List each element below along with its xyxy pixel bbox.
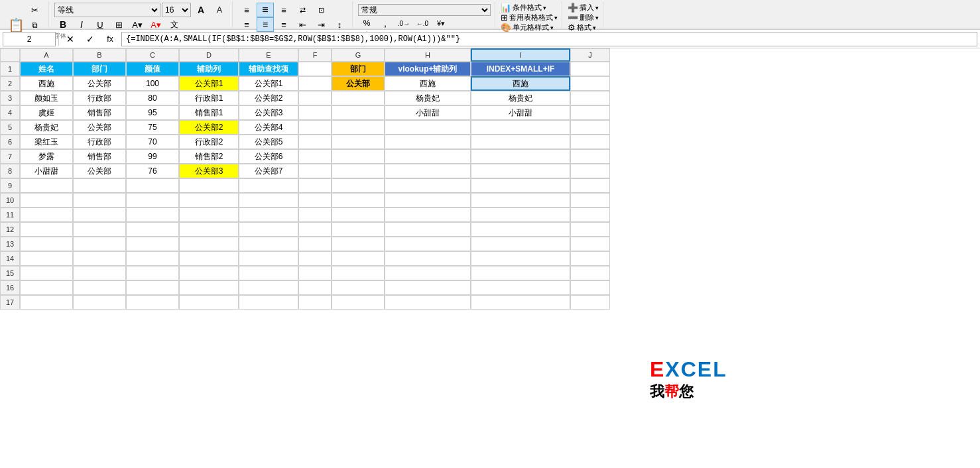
table-cell[interactable]: 颜如玉	[20, 91, 73, 105]
table-cell[interactable]	[570, 135, 610, 149]
table-cell[interactable]: 99	[126, 149, 179, 164]
col-header-i[interactable]: I	[471, 48, 570, 62]
table-cell[interactable]	[385, 164, 471, 178]
col-header-c[interactable]: C	[126, 48, 179, 62]
table-cell[interactable]	[239, 295, 298, 310]
table-cell[interactable]	[126, 193, 179, 207]
row-num[interactable]: 11	[0, 207, 20, 222]
fill-color-button[interactable]: A▾	[129, 17, 146, 32]
table-cell[interactable]	[20, 193, 73, 207]
row-num[interactable]: 6	[0, 135, 20, 149]
table-cell[interactable]	[471, 237, 570, 251]
table-cell[interactable]	[239, 178, 298, 193]
table-cell[interactable]	[179, 193, 239, 207]
table-cell[interactable]	[385, 280, 471, 295]
row-num[interactable]: 14	[0, 251, 20, 266]
table-cell[interactable]	[298, 193, 332, 207]
table-cell[interactable]	[471, 164, 570, 178]
row-num[interactable]: 16	[0, 280, 20, 295]
table-cell[interactable]	[570, 76, 610, 91]
increase-indent-button[interactable]: ⇥	[312, 17, 330, 32]
cut-button[interactable]: ✂	[26, 3, 43, 17]
table-cell[interactable]: 70	[126, 135, 179, 149]
table-cell[interactable]	[332, 120, 385, 135]
table-cell[interactable]: 颜值	[126, 62, 179, 76]
table-cell[interactable]	[385, 207, 471, 222]
table-cell[interactable]	[570, 178, 610, 193]
table-cell[interactable]: INDEX+SMALL+IF	[471, 62, 570, 76]
table-cell[interactable]: 公关部	[332, 76, 385, 91]
table-cell[interactable]	[332, 91, 385, 105]
table-cell[interactable]: 销售部	[73, 105, 126, 120]
paste-button[interactable]: 📋	[8, 17, 25, 33]
table-cell[interactable]: 虞姬	[20, 105, 73, 120]
row-num[interactable]: 5	[0, 120, 20, 135]
table-cell[interactable]	[332, 149, 385, 164]
align-center-button[interactable]: ≡	[257, 17, 274, 32]
table-cell[interactable]	[126, 237, 179, 251]
table-cell[interactable]: 行政部2	[179, 135, 239, 149]
table-cell[interactable]	[179, 295, 239, 310]
table-cell[interactable]: 95	[126, 105, 179, 120]
table-cell[interactable]	[570, 193, 610, 207]
table-cell[interactable]: 76	[126, 164, 179, 178]
table-cell[interactable]: 小甜甜	[385, 105, 471, 120]
table-cell[interactable]	[332, 178, 385, 193]
table-cell[interactable]	[332, 105, 385, 120]
table-cell[interactable]	[126, 266, 179, 280]
table-cell[interactable]	[126, 207, 179, 222]
table-cell[interactable]	[471, 295, 570, 310]
table-cell[interactable]	[73, 178, 126, 193]
cond-format-button[interactable]: 📊 条件格式 ▾	[501, 3, 558, 13]
font-size-select[interactable]: 16	[162, 3, 191, 17]
table-cell[interactable]	[298, 251, 332, 266]
table-cell[interactable]: 小甜甜	[471, 105, 570, 120]
table-cell[interactable]: 公关部	[73, 120, 126, 135]
table-cell[interactable]	[385, 149, 471, 164]
table-cell[interactable]	[570, 280, 610, 295]
table-cell[interactable]: 辅助列	[179, 62, 239, 76]
confirm-formula-button[interactable]: ✓	[82, 32, 99, 46]
table-cell[interactable]: 行政部1	[179, 91, 239, 105]
table-cell[interactable]	[570, 149, 610, 164]
col-header-e[interactable]: E	[239, 48, 298, 62]
table-format-button[interactable]: ⊞ 套用表格格式 ▾	[501, 13, 558, 23]
table-cell[interactable]	[73, 237, 126, 251]
row-num[interactable]: 1	[0, 62, 20, 76]
table-cell[interactable]	[298, 266, 332, 280]
align-mid-button[interactable]: ≡	[257, 3, 274, 17]
table-cell[interactable]	[570, 295, 610, 310]
table-cell[interactable]	[20, 295, 73, 310]
table-cell[interactable]	[73, 207, 126, 222]
bold-button[interactable]: B	[54, 17, 72, 32]
table-cell[interactable]: 小甜甜	[20, 164, 73, 178]
table-cell[interactable]	[298, 178, 332, 193]
table-cell[interactable]	[385, 178, 471, 193]
table-cell[interactable]	[239, 222, 298, 237]
table-cell[interactable]: 公关部	[73, 76, 126, 91]
row-num[interactable]: 10	[0, 193, 20, 207]
table-cell[interactable]	[570, 164, 610, 178]
row-num[interactable]: 7	[0, 149, 20, 164]
row-num[interactable]: 2	[0, 76, 20, 91]
table-cell[interactable]	[471, 280, 570, 295]
table-cell[interactable]	[20, 237, 73, 251]
currency-button[interactable]: ¥▾	[432, 16, 450, 30]
row-num[interactable]: 15	[0, 266, 20, 280]
table-cell[interactable]	[298, 207, 332, 222]
italic-button[interactable]: I	[73, 17, 90, 32]
table-cell[interactable]	[20, 266, 73, 280]
table-cell[interactable]	[179, 207, 239, 222]
table-cell[interactable]	[570, 207, 610, 222]
table-cell[interactable]: 公关部2	[239, 91, 298, 105]
table-cell[interactable]: 部门	[332, 62, 385, 76]
table-cell[interactable]: 梦露	[20, 149, 73, 164]
table-cell[interactable]	[298, 120, 332, 135]
table-cell[interactable]	[298, 222, 332, 237]
number-format-select[interactable]: 常规	[358, 4, 491, 16]
table-cell[interactable]	[126, 251, 179, 266]
table-cell[interactable]	[570, 266, 610, 280]
table-cell[interactable]: 销售部1	[179, 105, 239, 120]
col-header-h[interactable]: H	[385, 48, 471, 62]
table-cell[interactable]: 公关部4	[239, 120, 298, 135]
